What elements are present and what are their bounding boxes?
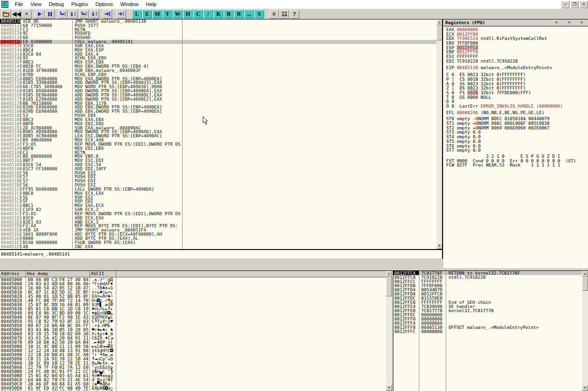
hex-dump-row[interactable]: 0040507809 10 D8 4250 20 6A B4.►╪BP j┤ [0,340,392,344]
disasm-row[interactable]: 004051D6F3:A4REP MOVS BYTE PTR ES:[EDI],… [0,224,436,228]
debugging-options-button[interactable]: ≡ [269,10,279,19]
hex-dump-row[interactable]: 0040507043 A1 5A 4120 04 91 11CбZA ♦С◄ [0,336,392,340]
disasm-row[interactable]: 00405186039D E6904000ADD EBX,DWORD PTR S… [0,109,436,114]
run-button[interactable] [35,10,44,19]
disasm-row[interactable]: 0040519C8DB5 AC904000LEA ESI,DWORD PTR S… [0,134,436,138]
scrollbar-thumb[interactable] [582,277,588,291]
references-window-button[interactable]: R [234,10,244,19]
hex-dump-row[interactable]: 0040500000 AA 00 C3F8 27 40 84.к.├°'@Д [0,277,392,282]
disasm-row[interactable]: 0040516F0185 DE904000ADD DWORD PTR SS:[E… [0,93,436,97]
address-column-header[interactable]: Address [0,271,26,277]
hex-dump-row[interactable]: 004050C828 A6 DF 0484 A1 A5 60(ж▀♦Дбе` [0,382,392,386]
disasm-row[interactable]: 004051BF56PUSH ESI [0,183,436,187]
pane-divider[interactable] [442,19,443,259]
disasm-row[interactable]: 0040514383C0 04ADD EAX,4 [0,52,436,57]
disasm-row[interactable]: 004051D8∨EB 1AJMP SHORT malware_.004051F… [0,228,436,232]
disasm-row[interactable]: 00405180039D EA904000ADD EBX,DWORD PTR S… [0,105,436,109]
menu-file[interactable]: File [11,0,27,8]
disasm-row[interactable]: 004051C95FPOP EDI [0,199,436,204]
minimize-button[interactable]: – [561,1,569,8]
disasm-row[interactable]: 004051B383C6 54ADD ESI,54 [0,163,436,167]
cpu-window-button[interactable]: C [193,10,203,19]
hex-dump-row[interactable]: 0040501016 00 54 4205 12 1B 47..TB♣‡+G [0,286,392,290]
disasm-row[interactable]: 004051A98BFBMOV EDI,EBX [0,147,436,151]
hex-dump-row[interactable]: 004050082A 83 63 6D64 80 46 06*ГcmdАF♠ [0,282,392,286]
disasm-row[interactable]: 0040518D8BC3MOV EAX,EBX [0,118,436,122]
disasm-row[interactable]: 004051C85EPOP ESI [0,196,436,200]
hex-dump-row[interactable]: 004050A822 79 7F F081 7A 12 E0"y⌂ЕБz‡р [0,365,392,369]
disasm-row[interactable]: 004051DA10A1 0000F0A0ADC BYTE PTR DS:[EC… [0,232,436,237]
pause-button[interactable] [45,10,55,19]
hex-dump-row[interactable]: 0040506893 19 15 7018 02 09 30У↓§p↑☻.0 [0,332,392,336]
hex-dump-row[interactable]: 004050B815 01 02 0465 65 A4 61§☺☻♦ееда [0,373,392,378]
disasm-row[interactable]: 004051690185 DA904000ADD DWORD PTR SS:[E… [0,89,436,93]
disasm-row[interactable]: 004051CA8BC1MOV EAX,ECX [0,204,436,208]
disasm-row[interactable]: 004051BE57PUSH EDI [0,179,436,183]
register-line[interactable]: ST7 empty 0.0 [443,148,588,153]
register-line[interactable]: EIP 00405130 malware_.<ModuleEntryPoint> [443,65,588,70]
animate-into-button[interactable] [79,10,89,19]
column-divider[interactable] [72,19,73,249]
disasm-row[interactable]: 0040515287DDXCHG EBP,EBX [0,73,436,77]
chevron-left-icon[interactable]: < [564,20,574,25]
hex-dump-row[interactable]: 004050488E 87 90 8FF2 90 1E 43ОЗРПЄР▲C [0,315,392,319]
menu-window[interactable]: Window [117,0,142,8]
disasm-row[interactable]: 004051548B85 E6904000MOV EAX,DWORD PTR S… [0,77,436,81]
scrollbar-thumb[interactable] [386,277,392,296]
disasm-row[interactable]: 004051D103C8ADD ECX,EAX [0,216,436,220]
execute-till-return-button[interactable] [102,10,112,19]
register-line[interactable]: EFL 00000246 (NO,NB,E,BE,NS,PE,GE,LE) [443,110,588,115]
close-button[interactable]: × [580,1,588,8]
disasm-row[interactable]: 00405130∨EB 06JMP SHORT malware_.0040513… [0,19,436,24]
disasm-row[interactable]: 004051A7F3:A5REP MOVS DWORD PTR ES:[EDI]… [0,142,436,147]
register-line[interactable]: EDI 7C910228 ntdll.7C910228 [443,59,588,64]
scroll-down-icon[interactable]: ▼ [386,385,392,391]
source-window-button[interactable]: S [254,10,264,19]
disasm-row[interactable]: 0040515A0185 33904000ADD DWORD PTR SS:[E… [0,81,436,85]
disasm-row[interactable]: 004051ABC3RETN [0,151,436,155]
hex-dump-row[interactable]: 0040506003 A3 06 1005 19 20 05♥г♠►♣↓ ♣ [0,327,392,332]
disasm-row[interactable]: 0040517BBB 7B110000MOV EBX,117B [0,102,436,106]
disasm-row[interactable]: 004051E00000ADD BYTE PTR DS:[EAX],AL [0,237,436,241]
column-divider[interactable] [20,19,21,249]
disasm-row[interactable]: 004051E2DCA0 00000000FSUB QWORD PTR DS:[… [0,241,436,245]
chevron-left-icon[interactable]: < [577,20,586,25]
disasm-row[interactable]: 00405137C3RETN [0,28,436,32]
hex-dump-row[interactable]: 004050D081 9F E0 42FC 08 40 7EБЯрB№◘@~ [0,386,392,390]
hex-dump-row[interactable]: 004050B024 FC 48 DC91 FF 22 CC$№H▄С "╠ [0,369,392,373]
disasm-row[interactable]: 004051BD57PUSH EDI [0,175,436,179]
disasm-row[interactable]: 004051912D AC904000SUB EAX,malware_.0040… [0,126,436,130]
patches-window-button[interactable]: / [203,10,213,19]
register-line[interactable]: FCW 027F Prec NEAR,53 Mask 1 1 1 1 1 1 [443,163,588,167]
disasm-row[interactable]: 0040518C53PUSH EBX [0,114,436,118]
hex-dump-row[interactable]: 004050C064 60 82 79C9 21 4E 54d`Вy╔!NT [0,378,392,382]
disasm-row[interactable]: 004051CFF3:A5REP MOVS DWORD PTR ES:[EDI]… [0,212,436,216]
windows-list-button[interactable]: W [173,10,183,19]
close-program-button[interactable]: × [22,10,32,19]
disasm-row[interactable]: 004051968985 AD904000MOV DWORD PTR SS:[E… [0,130,436,134]
disasm-row[interactable]: 0040513960PUSHAD [0,36,436,40]
menu-help[interactable]: Help [142,0,160,8]
disasm-row[interactable]: 004051C68BC8MOV ECX,EAX [0,192,436,196]
disasm-row[interactable]: 004051478BE3MOV ESP,EBX [0,60,436,64]
scroll-up-icon[interactable]: ▲ [582,271,588,277]
hex-dump-row[interactable]: 0040508812 12 24 3448 13 91 08‡‡$4H‼С◘ [0,348,392,353]
disasm-row[interactable]: 004051389CPUSHFD [0,32,436,36]
hex-dump-row[interactable]: 00405098C8 11 1A 9170 22 1B 44╚◄→Сp"+D [0,357,392,361]
hex-dump-row[interactable]: 004050180C 07 1C 025D 1C 3E BF♀•ь☻]ь>┐ [0,290,392,294]
disasm-row[interactable]: 0040513F33C0XOR EAX,EAX [0,44,436,48]
run-trace-button[interactable]: ... [244,10,254,19]
hex-dump-row[interactable]: 0040502045 80 01 1D52 0B 05 0FEА☺↔R♂♣☼ [0,294,392,298]
log-window-button[interactable]: L [132,10,142,19]
disasm-row[interactable]: 0040513AE8 02000000CALL malware_.0040514… [0,40,436,44]
hex-dump-row[interactable]: 0040502848 FC 08 7F09 72 14 70Hч◘⌂.r¶p [0,298,392,302]
disasm-row[interactable]: 0040513268 77150000PUSH 1577 [0,24,436,28]
breakpoints-window-button[interactable]: B [224,10,234,19]
disasm-row[interactable]: 0040516066:C785 3090400MOV WORD PTR SS:[… [0,85,436,89]
register-line[interactable]: O 0 LastErr ERROR_INVALID_HANDLE (000000… [443,104,588,109]
hex-dump-row[interactable]: 0040505091 C8 92 7993 0F 32 03С╚ТyУ☼2♥ [0,319,392,323]
open-file-button[interactable] [1,10,11,19]
disasm-row[interactable]: 004051BC56PUSH ESI [0,171,436,175]
help-button[interactable]: ? [290,10,299,19]
restart-button[interactable]: ◀◀ [12,10,21,19]
